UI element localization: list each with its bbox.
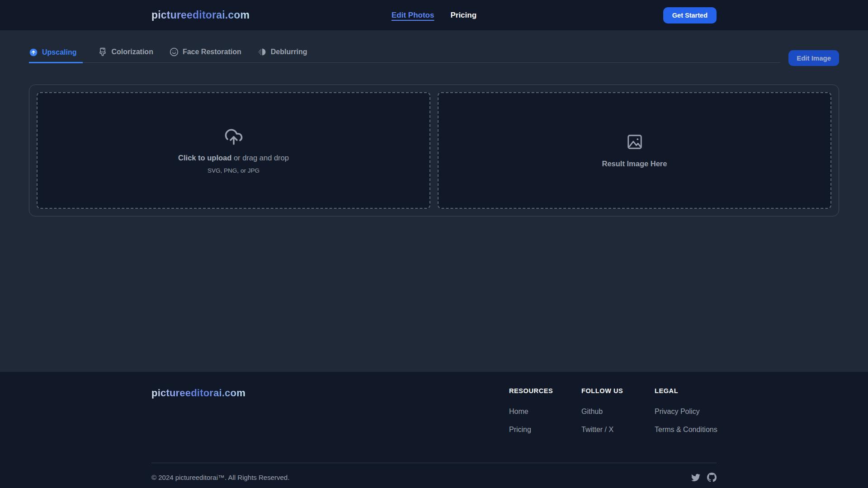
tab-colorization[interactable]: Colorization xyxy=(98,47,154,62)
upload-instructions: Click to upload or drag and drop xyxy=(178,154,289,162)
tool-tabbar: Upscaling Colorization xyxy=(29,47,839,63)
paintbrush-icon xyxy=(98,47,107,56)
tab-face-restoration[interactable]: Face Restoration xyxy=(170,47,242,62)
footer-column-title: LEGAL xyxy=(655,387,717,394)
footer-column-title: RESOURCES xyxy=(509,387,581,394)
footer-link-columns: RESOURCES Home Pricing FOLLOW US Github … xyxy=(509,387,717,444)
main-content: Upscaling Colorization xyxy=(0,30,868,372)
image-icon xyxy=(626,133,643,152)
upload-formats: SVG, PNG, or JPG xyxy=(208,167,259,174)
blur-icon xyxy=(258,47,267,56)
upload-click-text: Click to upload xyxy=(178,154,231,162)
tab-label: Face Restoration xyxy=(183,48,241,56)
tab-label: Colorization xyxy=(111,48,153,56)
tab-deblurring[interactable]: Deblurring xyxy=(258,47,308,62)
footer-link-twitter[interactable]: Twitter / X xyxy=(581,426,655,434)
footer-link-privacy-policy[interactable]: Privacy Policy xyxy=(655,408,717,416)
footer-link-github[interactable]: Github xyxy=(581,408,655,416)
footer-column-title: FOLLOW US xyxy=(581,387,655,394)
main-nav: Edit Photos Pricing xyxy=(392,11,476,20)
twitter-icon[interactable] xyxy=(691,473,700,482)
footer-link-pricing[interactable]: Pricing xyxy=(509,426,581,434)
github-icon[interactable] xyxy=(707,473,717,482)
nav-link-pricing[interactable]: Pricing xyxy=(450,11,476,20)
brand-logo[interactable]: pictureeditorai.com xyxy=(151,9,250,21)
footer: pictureeditorai.com RESOURCES Home Prici… xyxy=(0,372,868,488)
social-links xyxy=(691,473,717,482)
upload-dropzone[interactable]: Click to upload or drag and drop SVG, PN… xyxy=(37,92,430,209)
result-label: Result Image Here xyxy=(602,160,667,168)
tab-label: Upscaling xyxy=(42,48,76,56)
tool-tabs: Upscaling Colorization xyxy=(29,47,780,63)
edit-image-button[interactable]: Edit Image xyxy=(788,50,839,66)
circle-arrow-up-icon xyxy=(29,48,38,57)
tab-upscaling[interactable]: Upscaling xyxy=(29,47,83,63)
footer-link-home[interactable]: Home xyxy=(509,408,581,416)
footer-column-resources: RESOURCES Home Pricing xyxy=(509,387,581,444)
footer-column-follow-us: FOLLOW US Github Twitter / X xyxy=(581,387,655,444)
result-placeholder: Result Image Here xyxy=(438,92,831,209)
upload-drag-text: or drag and drop xyxy=(231,154,289,162)
smile-icon xyxy=(170,47,179,56)
nav-link-edit-photos[interactable]: Edit Photos xyxy=(392,11,434,20)
editor-panel: Click to upload or drag and drop SVG, PN… xyxy=(29,84,839,216)
footer-brand-logo[interactable]: pictureeditorai.com xyxy=(151,387,245,444)
footer-column-legal: LEGAL Privacy Policy Terms & Conditions xyxy=(655,387,717,444)
cloud-upload-icon xyxy=(224,127,243,148)
footer-link-terms[interactable]: Terms & Conditions xyxy=(655,426,717,434)
get-started-button[interactable]: Get Started xyxy=(663,7,717,23)
top-navbar: pictureeditorai.com Edit Photos Pricing … xyxy=(0,0,868,30)
copyright-text: © 2024 pictureeditorai™. All Rights Rese… xyxy=(151,474,289,481)
tab-label: Deblurring xyxy=(271,48,307,56)
